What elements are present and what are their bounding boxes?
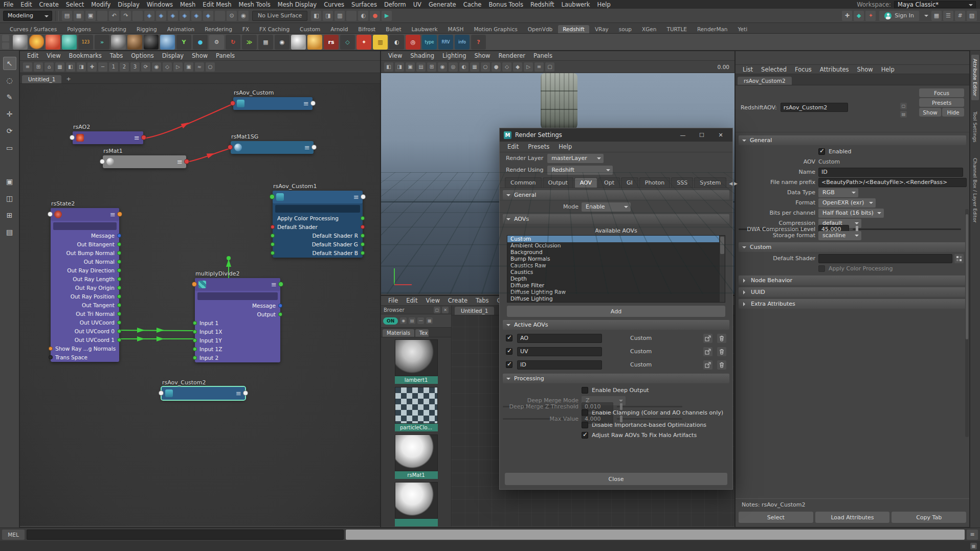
toolbar-icon[interactable]: ◈	[191, 11, 202, 21]
shelf-icon[interactable]	[307, 35, 322, 50]
node-input-port[interactable]	[70, 135, 75, 140]
node-menu-icon[interactable]: ≡	[236, 389, 241, 397]
panel-menu-item[interactable]: Panels	[212, 52, 239, 59]
pin-node-icon[interactable]: ▢	[900, 103, 907, 109]
dialog-menu-item[interactable]: Edit	[503, 143, 523, 150]
node-output-port[interactable]	[141, 135, 146, 140]
material-thumbnail[interactable]	[395, 387, 438, 424]
shelf-icon[interactable]: ⚙	[209, 35, 224, 50]
toolbar-icon[interactable]: ▶	[382, 11, 392, 21]
material-swatch[interactable]: lambert1	[392, 339, 441, 384]
node-output-port[interactable]	[243, 391, 248, 396]
toolbar-icon[interactable]: ✦	[865, 11, 876, 21]
node-graph-canvas[interactable]: rsAov_Custom≡rsMat1SG≡rsAO2≡rsMat1≡rsAov…	[20, 84, 380, 526]
shelf-icon[interactable]	[46, 35, 60, 50]
node-editor-tab[interactable]: Untitled_1	[22, 75, 61, 83]
graph-node-rsAO2[interactable]: rsAO2≡	[73, 131, 143, 144]
script-editor-icon[interactable]: ≡	[967, 530, 978, 540]
node-editor-toolbar-icon[interactable]: ▷	[173, 62, 183, 72]
panel-menu-item[interactable]: Edit	[23, 52, 42, 59]
shelf-icon[interactable]	[62, 35, 77, 50]
attr-output-port[interactable]	[117, 268, 121, 272]
attribute-dropdown[interactable]: OpenEXR (exr)	[818, 198, 876, 208]
panel-menu-item[interactable]: List	[739, 66, 757, 73]
workspace-dropdown[interactable]: Maya Classic*	[894, 1, 976, 8]
default-shader-input[interactable]	[818, 254, 952, 263]
shelf-icon[interactable]: ▥	[373, 35, 388, 50]
browser-toolbar-icon[interactable]: ▦	[426, 317, 433, 324]
shelf-tab[interactable]: Bifrost	[353, 25, 380, 33]
attr-input-port[interactable]	[271, 225, 275, 229]
attribute-editor-node-tab[interactable]: rsAov_Custom2	[738, 77, 792, 85]
node-editor-toolbar-icon[interactable]: ◨	[77, 62, 86, 72]
attr-input-port[interactable]	[193, 321, 197, 325]
node-input-port[interactable]	[192, 282, 197, 287]
attr-output-port[interactable]	[117, 312, 121, 316]
tool-icon[interactable]: ◌	[3, 74, 16, 87]
panel-menu-item[interactable]: View	[384, 52, 406, 59]
attr-output-port[interactable]	[117, 242, 121, 246]
menu-item[interactable]: Edit Mesh	[199, 1, 235, 8]
barrel-mesh[interactable]	[541, 73, 577, 130]
shelf-options-buttons[interactable]	[2, 35, 9, 49]
aov-enabled-checkbox[interactable]	[506, 348, 513, 355]
toolbar-icon[interactable]: ◧	[311, 11, 321, 21]
panel-menu-item[interactable]: Bookmarks	[65, 52, 106, 59]
toolbar-icon[interactable]: ◈	[180, 11, 190, 21]
panel-menu-item[interactable]: File	[384, 297, 402, 304]
attr-input-port[interactable]	[193, 338, 197, 342]
panel-menu-item[interactable]: Create	[444, 297, 472, 304]
shelf-tab[interactable]: Rigging	[132, 25, 162, 33]
shelf-tab[interactable]: Curves / Surfaces	[5, 25, 61, 33]
toolbar-icon[interactable]: ↷	[121, 11, 131, 21]
attr-output-port[interactable]	[361, 251, 365, 255]
graph-node-rsAov_Custom1[interactable]: rsAov_Custom1≡Apply Color ProcessingDefa…	[273, 191, 363, 258]
menu-item[interactable]: Redshift	[527, 1, 558, 8]
tab-scroll-right-icon[interactable]: ▶	[734, 179, 738, 188]
toolbar-icon[interactable]: ◈	[203, 11, 213, 21]
shelf-icon[interactable]	[111, 35, 126, 50]
attr-input-port[interactable]	[271, 234, 275, 238]
toolbar-icon[interactable]	[97, 11, 107, 21]
node-output-port[interactable]	[117, 212, 122, 217]
panel-menu-item[interactable]: View	[42, 52, 64, 59]
section-aovs[interactable]: AOVs	[503, 214, 729, 224]
viewport-toolbar-icon[interactable]: ◨	[395, 62, 404, 72]
menu-item[interactable]: Deform	[381, 1, 410, 8]
aov-connect-button[interactable]	[703, 360, 712, 370]
graph-node-rsAov_Custom2[interactable]: rsAov_Custom2≡	[162, 387, 245, 400]
browser-header-icon[interactable]: ✕	[442, 307, 449, 313]
viewport-toolbar-icon[interactable]: ▦	[470, 62, 479, 72]
node-input-port[interactable]	[100, 159, 105, 164]
browser-toolbar-icon[interactable]: ▤	[409, 317, 415, 324]
attr-output-port[interactable]	[117, 320, 121, 325]
shelf-tab[interactable]: FX	[238, 25, 254, 33]
node-output-port[interactable]	[184, 159, 189, 164]
layout-shortcut-icon[interactable]: ▣	[3, 175, 16, 188]
menu-set-dropdown[interactable]: Modeling	[3, 11, 52, 21]
node-editor-toolbar-icon[interactable]: ▣	[184, 62, 193, 72]
show-button[interactable]: Show	[919, 108, 941, 117]
layout-shortcut-icon[interactable]: ◫	[3, 192, 16, 205]
material-thumbnail[interactable]	[395, 434, 438, 471]
tool-icon[interactable]: ✎	[3, 90, 16, 104]
close-window-button[interactable]: ✕	[713, 130, 728, 140]
materials-tab[interactable]: Materials	[383, 329, 414, 337]
node-output-port[interactable]	[310, 101, 316, 106]
node-editor-toolbar-icon[interactable]: ≈	[195, 62, 204, 72]
panel-menu-item[interactable]: Help	[877, 66, 899, 73]
dialog-menu-item[interactable]: Presets	[523, 143, 554, 150]
node-editor-toolbar-icon[interactable]: ◉	[152, 62, 161, 72]
swatch-render-toggle[interactable]: ON	[383, 317, 398, 325]
viewport-toolbar-icon[interactable]: ▷	[524, 62, 533, 72]
viewport-toolbar-icon[interactable]: ▤	[416, 62, 426, 72]
render-settings-tab[interactable]: Output	[543, 177, 573, 188]
shelf-icon[interactable]	[144, 35, 159, 50]
collapsed-section-bar[interactable]: UUID	[739, 287, 966, 297]
mel-input-field[interactable]	[27, 530, 344, 540]
menu-item[interactable]: Help	[594, 1, 614, 8]
aov-delete-button[interactable]	[717, 360, 726, 370]
dialog-menu-item[interactable]: Help	[554, 143, 576, 150]
panel-menu-item[interactable]: Renderer	[495, 52, 530, 59]
panel-menu-item[interactable]: Lighting	[438, 52, 470, 59]
